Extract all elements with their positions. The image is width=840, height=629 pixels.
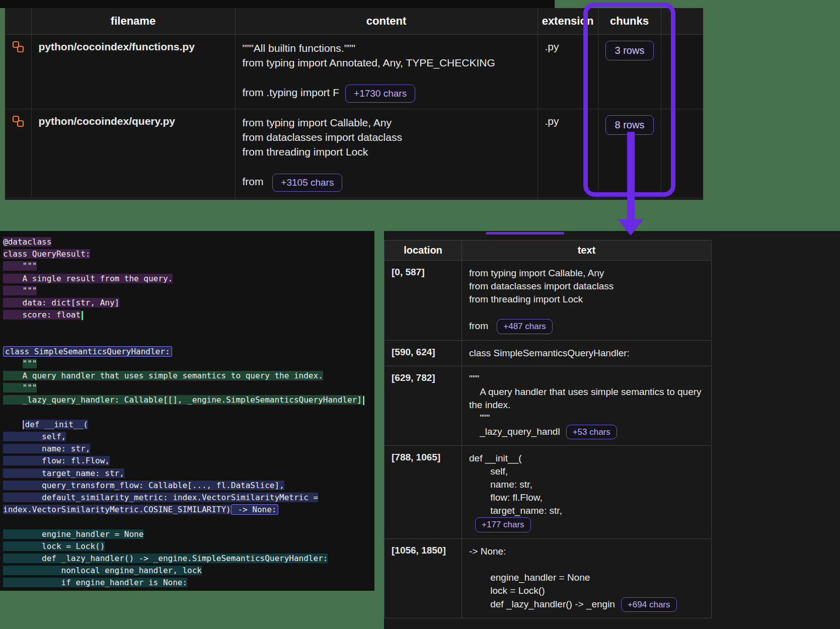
chunk-text-line: A query handler that uses simple semanti… [469, 385, 704, 412]
content-tail-text: from .typing import F [243, 87, 340, 98]
chunk-table-body: [0, 587]from typing import Callable, Any… [385, 261, 712, 618]
top-dark-strip [0, 0, 555, 8]
code-segment: default_similarity_metric: index.VectorS… [3, 493, 318, 502]
code-segment: class SimpleSemanticsQueryHandler: [3, 346, 172, 357]
chunk-table-header-row: location text [385, 241, 712, 261]
code-line: """ [3, 260, 371, 272]
chunk-text-line: _lazy_query_handl+53 chars [469, 425, 704, 440]
chunk-text-line: engine_handler = None [469, 571, 704, 584]
code-line [3, 321, 371, 333]
code-segment: name: str, [3, 444, 90, 453]
files-header-filename: filename [31, 8, 235, 35]
code-segment: index.VectorSimilarityMetric.COSINE_SIMI… [3, 505, 231, 514]
file-icon-cell [5, 109, 31, 198]
code-segment: nonlocal engine_handler, lock [3, 566, 202, 575]
chunk-text-cell: from typing import Callable, Anyfrom dat… [462, 261, 712, 341]
chunk-rows-button[interactable]: 3 rows [605, 41, 654, 60]
code-segment: _lazy_query_handler: Callable[[], _engin… [3, 395, 362, 405]
file-extension-cell: .py [538, 35, 598, 109]
chunk-text-line: self, [469, 465, 704, 478]
code-segment: self, [3, 432, 66, 441]
code-segment [3, 420, 23, 429]
code-line: """ [3, 382, 371, 394]
code-segment [3, 359, 23, 368]
file-row: python/cocoindex/functions.py"""All buil… [5, 35, 703, 109]
expand-chars-button[interactable]: +53 chars [566, 425, 617, 440]
code-line: self, [3, 431, 371, 443]
chunk-row: [1056, 1850]-> None: engine_handler = No… [385, 538, 712, 618]
chunk-row: [629, 782]""" A query handler that uses … [385, 366, 712, 446]
chunks-icon [12, 41, 24, 53]
chunk-tail-text: _lazy_query_handl [469, 426, 560, 436]
chunk-text-line: from threading import Lock [469, 293, 704, 306]
chunk-text-cell: class SimpleSemanticsQueryHandler: [462, 340, 712, 366]
chunk-location-cell: [788, 1065] [385, 446, 462, 539]
file-extension-cell: .py [538, 109, 598, 198]
expand-chars-button[interactable]: +487 chars [497, 319, 553, 334]
expand-chars-button[interactable]: +3105 chars [272, 174, 342, 192]
code-segment: lock = Lock() [3, 541, 105, 551]
chunk-tail-text: def _lazy_handler() -> _engin [469, 598, 615, 609]
chunk-row: [590, 624]class SimpleSemanticsQueryHand… [385, 340, 712, 366]
chunk-text-line: name: str, [469, 478, 704, 491]
code-segment: """ [3, 261, 37, 271]
code-segment: score: float [3, 310, 81, 320]
code-line: class SimpleSemanticsQueryHandler: [3, 346, 371, 358]
chunk-text-line: def __init__( [469, 452, 704, 465]
chunk-end-marker [363, 396, 364, 405]
content-line: from dataclasses import dataclass [243, 130, 530, 144]
code-line: engine_handler = None [3, 528, 371, 540]
content-line [243, 159, 530, 174]
code-line: lock = Lock() [3, 540, 371, 553]
code-line: class QueryResult: [3, 248, 371, 260]
expand-chars-button[interactable]: +694 chars [621, 597, 677, 612]
content-line: from typing import Callable, Any [243, 115, 530, 130]
file-chunks-cell: 3 rows [598, 35, 661, 109]
chunk-text-line: from typing import Callable, Any [469, 267, 704, 280]
chunks-icon [12, 115, 24, 127]
flow-arrow-head-icon [618, 219, 643, 235]
chunk-text-line: target_name: str, [469, 504, 704, 517]
file-icon-cell [5, 35, 31, 109]
files-panel: filename content extension chunks python… [5, 8, 703, 200]
code-line: def _lazy_handler() -> _engine.SimpleSem… [3, 553, 371, 565]
code-segment: def __init__( [25, 420, 88, 429]
files-header-extension: extension [538, 8, 598, 35]
code-segment: A query handler that uses simple semanti… [3, 371, 323, 380]
expand-chars-button[interactable]: +177 chars [475, 517, 531, 532]
chunk-text-cell: def __init__( self, name: str, flow: fl.… [462, 446, 712, 539]
code-segment: """ [23, 359, 37, 368]
chunks-panel: location text [0, 587]from typing import… [384, 231, 840, 629]
chunk-location-cell: [0, 587] [385, 261, 462, 341]
chunk-end-marker [82, 311, 83, 320]
code-segment: class QueryResult: [3, 249, 90, 259]
chunk-text-line [469, 558, 704, 571]
code-line: A query handler that uses simple semanti… [3, 370, 371, 382]
code-line: A single result from the query. [3, 273, 371, 285]
chunk-text-cell: -> None: engine_handler = None lock = Lo… [462, 538, 712, 618]
code-line [3, 334, 371, 346]
file-content-cell: """All builtin functions."""from typing … [235, 35, 538, 109]
chunk-location-cell: [590, 624] [385, 340, 462, 366]
file-name-cell: python/cocoindex/functions.py [31, 35, 235, 109]
code-line: flow: fl.Flow, [3, 455, 371, 467]
chunk-text-line: -> None: [469, 545, 704, 558]
code-line: """ [3, 285, 371, 297]
files-table: filename content extension chunks python… [5, 8, 703, 198]
content-line [243, 70, 530, 85]
files-header-chunks: chunks [598, 8, 661, 35]
chunk-text-line: flow: fl.Flow, [469, 491, 704, 504]
files-table-header-row: filename content extension chunks [5, 8, 703, 35]
files-header-spacer [661, 8, 703, 35]
expand-chars-button[interactable]: +1730 chars [345, 85, 415, 103]
code-line: query_transform_flow: Callable[..., fl.D… [3, 480, 371, 492]
chunk-text-line: +177 chars [469, 517, 704, 532]
code-segment: data: dict[str, Any] [3, 298, 119, 307]
content-line: from +3105 chars [243, 174, 530, 192]
code-line: target_name: str, [3, 467, 371, 480]
code-line: name: str, [3, 443, 371, 455]
code-segment: def _lazy_handler() -> _engine.SimpleSem… [3, 554, 328, 563]
code-segment: engine_handler = None [3, 529, 143, 539]
chunk-text-line: class SimpleSemanticsQueryHandler: [469, 347, 704, 360]
chunk-text-line: lock = Lock() [469, 584, 704, 597]
